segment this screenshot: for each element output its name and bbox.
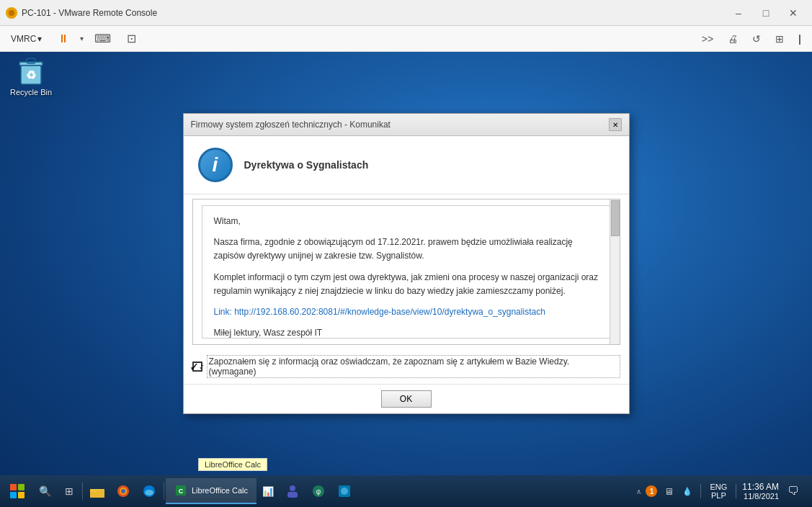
- modal-titlebar: Firmowy system zgłoszeń technicznych - K…: [184, 114, 629, 136]
- taskbar-pin-teams[interactable]: [280, 478, 305, 504]
- start-button[interactable]: [3, 478, 32, 504]
- tray-separator: [700, 484, 701, 498]
- vmware-titlebar: PC-101 - VMware Remote Console – □ ✕: [0, 0, 812, 26]
- taskbar-pin-calc2[interactable]: 📊: [256, 478, 280, 504]
- vmrc-dropdown-arrow: ▾: [37, 34, 42, 44]
- modal-dialog: Firmowy system zgłoszeń technicznych - K…: [183, 113, 630, 414]
- tray-badge: 1: [646, 485, 657, 497]
- maximize-button[interactable]: □: [753, 0, 779, 26]
- libreoffice-calc-icon: C: [174, 484, 187, 497]
- system-tray: ∧ 1 🖥 💧 ENG PLP 11:36 AM 11/8/2021 🗨: [630, 481, 809, 501]
- tray-overflow-button[interactable]: ∧: [636, 488, 641, 495]
- explorer-icon: [90, 485, 104, 498]
- minimize-button[interactable]: –: [726, 0, 751, 26]
- refresh-button[interactable]: ↺: [747, 30, 766, 48]
- modal-link[interactable]: Link: http://192.168.60.202:8081/#/knowl…: [214, 305, 599, 319]
- taskbar-pin-edge[interactable]: [136, 478, 162, 504]
- taskbar-search-button[interactable]: 🔍: [35, 481, 55, 501]
- taskbar-pin-explorer[interactable]: [84, 478, 110, 504]
- info-icon: i: [198, 148, 233, 182]
- tray-separator-2: [736, 484, 736, 498]
- vmware-logo-icon: [6, 7, 17, 19]
- modal-heading: Dyrektywa o Sygnalistach: [244, 159, 369, 171]
- modal-link-anchor[interactable]: Link: http://192.168.60.202:8081/#/knowl…: [214, 307, 545, 317]
- modal-greeting: Witam,: [214, 215, 599, 228]
- remote-display-button[interactable]: >>: [697, 30, 718, 48]
- windows-logo-icon: [10, 484, 24, 498]
- tray-network-icon[interactable]: 🖥: [661, 484, 676, 498]
- modal-title: Firmowy system zgłoszeń technicznych - K…: [191, 120, 391, 130]
- win-logo-q3: [10, 492, 17, 498]
- acknowledgment-checkbox[interactable]: ✓: [192, 362, 202, 372]
- app2-icon: [337, 484, 352, 498]
- firefox-icon: [116, 484, 130, 498]
- taskbar-pin-extra[interactable]: φ: [305, 478, 331, 504]
- task-view-button[interactable]: ⊞: [58, 478, 81, 504]
- print-button[interactable]: 🖨: [723, 30, 743, 48]
- clock-date: 11/8/2021: [744, 492, 779, 501]
- clock-time: 11:36 AM: [742, 482, 779, 492]
- toolbar-right: >> 🖨 ↺ ⊞ |: [697, 30, 806, 48]
- modal-content-area: Witam, Nasza firma, zgodnie z obowiązują…: [192, 199, 620, 345]
- notification-center-button[interactable]: 🗨: [783, 481, 803, 501]
- pause-dropdown[interactable]: ▾: [80, 35, 84, 42]
- lang-top: ENG: [710, 483, 727, 491]
- clock-display[interactable]: 11:36 AM 11/8/2021: [742, 482, 779, 501]
- help-button[interactable]: |: [793, 30, 806, 48]
- svg-point-19: [341, 488, 348, 495]
- svg-text:C: C: [179, 488, 184, 495]
- extra-icon: φ: [311, 484, 326, 498]
- modal-para2: Komplet informacji o tym czym jest owa d…: [214, 271, 599, 298]
- svg-text:φ: φ: [316, 488, 321, 495]
- win-logo-q2: [18, 484, 24, 490]
- language-indicator[interactable]: ENG PLP: [707, 483, 730, 500]
- vmware-toolbar: VMRC ▾ ⏸ ▾ ⌨ ⊡ >> 🖨 ↺ ⊞ |: [0, 26, 812, 52]
- taskbar-pin-app2[interactable]: [331, 478, 357, 504]
- modal-signoff: Miłej lektury, Wasz zespół IT: [214, 326, 599, 338]
- svg-point-9: [121, 489, 125, 493]
- modal-para1: Nasza firma, zgodnie z obowiązującym od …: [214, 235, 599, 263]
- scrollbar-thumb[interactable]: [611, 200, 620, 236]
- svg-point-14: [290, 485, 295, 491]
- titlebar-controls: – □ ✕: [726, 0, 806, 26]
- svg-point-11: [145, 490, 153, 495]
- win-logo-q4: [18, 492, 24, 498]
- modal-close-button[interactable]: ✕: [609, 118, 622, 131]
- checkbox-label: Zapoznałem się z informacją oraz oświadc…: [207, 355, 620, 378]
- modal-header: i Dyrektywa o Sygnalistach: [184, 136, 629, 194]
- lang-bottom: PLP: [711, 491, 726, 500]
- taskbar-divider-2: [164, 483, 164, 500]
- fit-guest-button[interactable]: ⊡: [122, 29, 141, 48]
- modal-overlay: Firmowy system zgłoszeń technicznych - K…: [0, 52, 812, 475]
- taskbar: 🔍 ⊞: [0, 475, 812, 507]
- modal-body[interactable]: Witam, Nasza firma, zgodnie z obowiązują…: [202, 205, 611, 338]
- win-logo-q1: [10, 484, 17, 490]
- desktop: PC-101 - VMware Remote Console – □ ✕ VMR…: [0, 0, 812, 507]
- taskbar-pin-firefox[interactable]: [110, 478, 136, 504]
- svg-rect-6: [90, 489, 97, 492]
- taskbar-divider-1: [82, 483, 83, 500]
- vmrc-label: VMRC: [11, 34, 36, 44]
- tray-dropbox-icon[interactable]: 💧: [680, 484, 695, 498]
- vmrc-menu-button[interactable]: VMRC ▾: [6, 31, 47, 47]
- ok-button[interactable]: OK: [381, 390, 432, 408]
- send-ctrlaltdel-button[interactable]: ⌨: [89, 29, 116, 48]
- info-letter: i: [213, 153, 218, 176]
- teams-icon: [285, 484, 300, 498]
- modal-footer: OK: [184, 384, 629, 413]
- edge-icon: [142, 484, 156, 498]
- libreoffice-label: LibreOffice Calc: [192, 486, 248, 495]
- taskbar-libreoffice-item[interactable]: C LibreOffice Calc: [166, 478, 256, 504]
- modal-checkbox-area: ✓ Zapoznałem się z informacją oraz oświa…: [184, 349, 629, 384]
- window-title: PC-101 - VMware Remote Console: [22, 8, 726, 18]
- svg-rect-15: [287, 492, 298, 498]
- scrollbar-track[interactable]: [610, 199, 620, 344]
- pause-button[interactable]: ⏸: [53, 30, 74, 48]
- settings-button[interactable]: ⊞: [770, 30, 789, 48]
- close-button[interactable]: ✕: [780, 0, 806, 26]
